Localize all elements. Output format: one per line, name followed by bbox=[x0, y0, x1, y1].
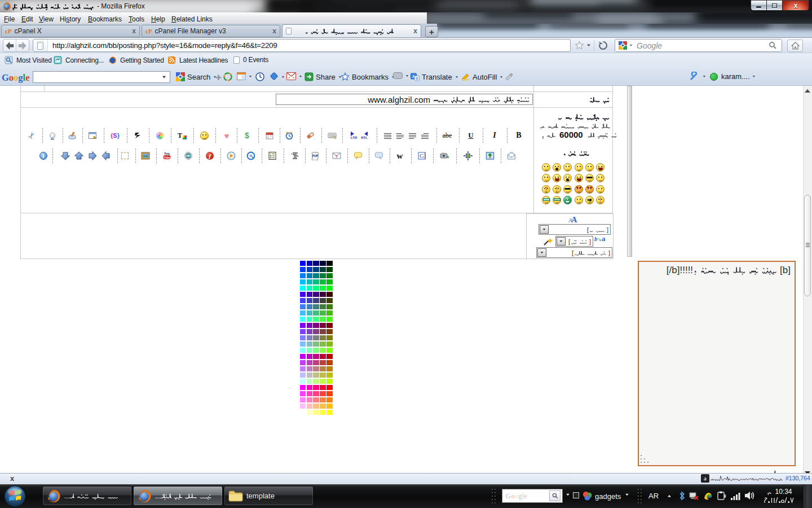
svg-text:Tube: Tube bbox=[164, 156, 170, 159]
svg-text:PHP: PHP bbox=[312, 154, 319, 157]
svg-text:You: You bbox=[164, 152, 170, 155]
svg-text:a: a bbox=[416, 76, 418, 80]
svg-text:G: G bbox=[420, 152, 424, 159]
svg-text:?: ? bbox=[336, 155, 338, 159]
